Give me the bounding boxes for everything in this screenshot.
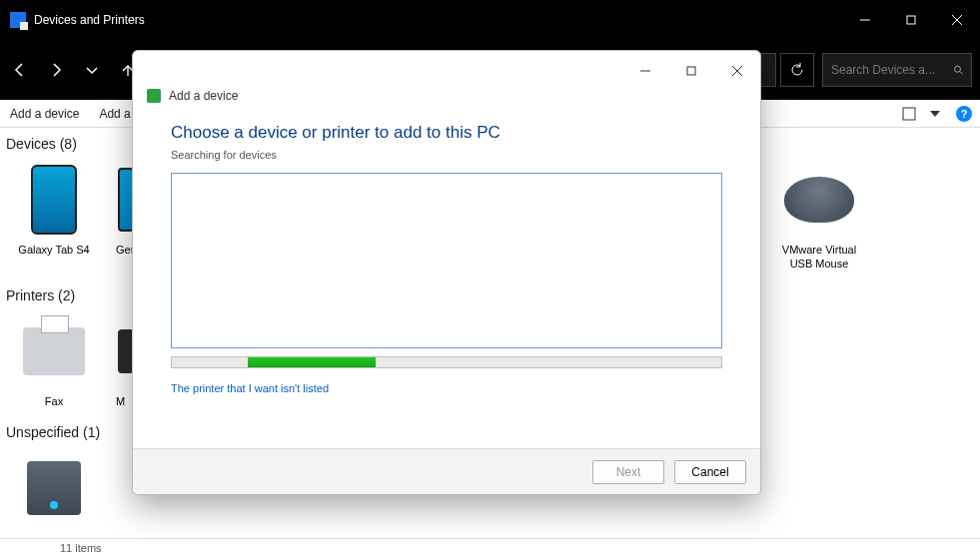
printer-label: Fax [45,395,63,409]
search-icon [953,64,964,76]
app-icon [10,12,26,28]
fax-icon [23,327,85,375]
status-item-count: 11 items [60,542,102,554]
svg-point-5 [954,66,960,72]
device-item[interactable]: VMware Virtual USB Mouse [769,160,869,272]
device-item[interactable]: Galaxy Tab S4 [4,160,104,272]
cmd-add-device[interactable]: Add a device [0,107,89,121]
nav-forward-button[interactable] [40,54,72,86]
svg-rect-1 [907,16,915,24]
device-label: VMware Virtual USB Mouse [769,244,869,272]
device-results-list[interactable] [171,173,722,348]
device-label: Galaxy Tab S4 [18,244,89,258]
nav-recent-dropdown[interactable] [76,54,108,86]
help-button[interactable]: ? [956,106,972,122]
add-device-icon [147,89,161,103]
window-title: Devices and Printers [34,13,145,27]
window-maximize-button[interactable] [888,0,934,40]
view-options-dropdown[interactable] [922,101,948,127]
dialog-header-text: Add a device [169,89,238,103]
next-button[interactable]: Next [592,460,664,484]
dialog-subtitle: Searching for devices [171,149,722,161]
window-titlebar: Devices and Printers [0,0,980,40]
svg-rect-10 [687,67,695,75]
search-input[interactable] [831,63,947,77]
dialog-minimize-button[interactable] [622,56,668,86]
window-minimize-button[interactable] [842,0,888,40]
refresh-button[interactable] [780,53,814,87]
dialog-footer: Next Cancel [133,448,760,494]
dialog-header: Add a device [133,89,760,103]
dialog-titlebar [133,51,760,91]
status-bar: 11 items [0,538,980,556]
svg-line-6 [959,72,962,75]
dialog-close-button[interactable] [714,56,760,86]
printer-label: M [116,395,125,409]
window-close-button[interactable] [934,0,980,40]
dialog-title: Choose a device or printer to add to thi… [171,123,722,143]
tablet-icon [31,165,77,235]
printer-item[interactable]: Fax [4,311,104,409]
nav-back-button[interactable] [4,54,36,86]
add-device-dialog: Add a device Choose a device or printer … [132,50,761,495]
search-box[interactable] [822,53,972,87]
cancel-button[interactable]: Cancel [674,460,746,484]
chip-icon [27,461,81,515]
search-progress-bar [171,356,722,368]
svg-rect-7 [903,108,915,120]
view-options-button[interactable] [896,101,922,127]
svg-marker-8 [930,111,940,117]
progress-indicator [248,357,376,367]
unspecified-item[interactable] [4,448,104,532]
printer-not-listed-link[interactable]: The printer that I want isn't listed [171,382,329,394]
dialog-maximize-button[interactable] [668,56,714,86]
mouse-icon [784,177,854,223]
